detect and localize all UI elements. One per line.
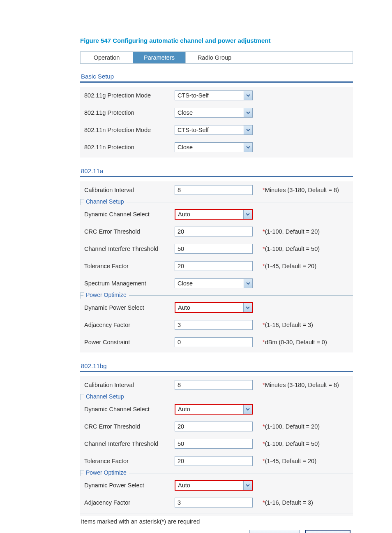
- select-a-dcs[interactable]: Auto: [175, 209, 253, 220]
- input-bg-interfere[interactable]: [175, 439, 253, 449]
- label-bg-calibration: Calibration Interval: [84, 382, 174, 388]
- select-bg-dps[interactable]: Auto: [175, 480, 253, 491]
- legend-a-power-optimize: Power Optimize: [83, 292, 129, 298]
- hint-a-adj: *(1-16, Default = 3): [262, 322, 353, 328]
- input-a-calibration[interactable]: [175, 185, 253, 195]
- group-a-power-optimize: Power Optimize Dynamic Power Select Auto…: [80, 295, 353, 351]
- hint-a-interfere: *(1-100, Default = 50): [262, 246, 353, 252]
- legend-bg-channel-setup: Channel Setup: [83, 393, 127, 400]
- tab-operation[interactable]: Operation: [81, 52, 133, 63]
- chevron-down-icon: [243, 481, 252, 490]
- panel-bottom-rule: [80, 514, 353, 514]
- button-bar: Restore Apply: [80, 530, 353, 533]
- label-bg-dps: Dynamic Power Select: [84, 482, 174, 489]
- hint-a-tolerance: *(1-45, Default = 20): [262, 263, 353, 269]
- section-rule: [80, 81, 353, 83]
- select-value: CTS-to-Self: [175, 125, 244, 134]
- figure-title: Figure 547 Configuring automatic channel…: [80, 37, 353, 44]
- chevron-down-icon: [244, 91, 252, 100]
- chevron-down-icon: [243, 303, 252, 312]
- hint-bg-tolerance: *(1-45, Default = 20): [262, 458, 353, 464]
- chevron-down-icon: [244, 279, 252, 288]
- tab-parameters[interactable]: Parameters: [133, 52, 186, 63]
- select-a-spectrum[interactable]: Close: [175, 278, 253, 288]
- chevron-down-icon: [243, 210, 252, 219]
- label-a-interfere: Channel Interfere Threshold: [84, 246, 174, 252]
- select-value: Close: [175, 143, 244, 152]
- label-n-protection: 802.11n Protection: [84, 144, 174, 151]
- chevron-down-icon: [243, 405, 252, 414]
- label-n-protection-mode: 802.11n Protection Mode: [84, 127, 174, 133]
- hint-a-pc: *dBm (0-30, Default = 0): [262, 339, 353, 345]
- label-a-adj: Adjacency Factor: [84, 322, 174, 328]
- restore-button[interactable]: Restore: [249, 530, 300, 533]
- select-g-protection-mode[interactable]: CTS-to-Self: [175, 90, 253, 100]
- legend-bg-power-optimize: Power Optimize: [83, 469, 129, 476]
- input-bg-adj[interactable]: [175, 498, 253, 508]
- select-a-dps[interactable]: Auto: [175, 302, 253, 313]
- label-bg-adj: Adjacency Factor: [84, 499, 174, 506]
- label-a-pc: Power Constraint: [84, 339, 174, 345]
- select-value: Auto: [175, 303, 243, 312]
- group-bg-power-optimize: Power Optimize Dynamic Power Select Auto…: [80, 473, 353, 511]
- group-a-channel-setup: Channel Setup Dynamic Channel Select Aut…: [80, 202, 353, 292]
- panel-bg: Calibration Interval *Minutes (3-180, De…: [80, 376, 353, 516]
- section-rule: [80, 371, 353, 372]
- label-a-calibration: Calibration Interval: [84, 187, 174, 193]
- label-a-dcs: Dynamic Channel Select: [84, 211, 174, 218]
- select-value: Auto: [175, 210, 243, 219]
- label-bg-dcs: Dynamic Channel Select: [84, 406, 174, 412]
- label-g-protection: 802.11g Protection: [84, 109, 174, 116]
- input-a-tolerance[interactable]: [175, 261, 253, 271]
- input-bg-calibration[interactable]: [175, 380, 253, 390]
- select-n-protection-mode[interactable]: CTS-to-Self: [175, 125, 253, 135]
- input-bg-crc[interactable]: [175, 422, 253, 431]
- select-value: Close: [175, 108, 244, 117]
- tab-radio-group[interactable]: Radio Group: [186, 52, 243, 63]
- panel-a: Calibration Interval *Minutes (3-180, De…: [80, 181, 353, 352]
- legend-a-channel-setup: Channel Setup: [83, 198, 127, 205]
- chevron-down-icon: [244, 143, 252, 152]
- input-a-adj[interactable]: [175, 320, 253, 330]
- label-a-dps: Dynamic Power Select: [84, 304, 174, 311]
- chevron-down-icon: [244, 108, 252, 117]
- select-value: Auto: [175, 405, 243, 414]
- label-a-tolerance: Tolerance Factor: [84, 263, 174, 269]
- label-a-crc: CRC Error Threshold: [84, 228, 174, 235]
- input-bg-tolerance[interactable]: [175, 456, 253, 466]
- select-bg-dcs[interactable]: Auto: [175, 404, 253, 415]
- section-title-basic: Basic Setup: [81, 73, 353, 80]
- panel-basic: 802.11g Protection Mode CTS-to-Self 802.…: [80, 87, 353, 158]
- section-title-bg: 802.11bg: [81, 362, 353, 369]
- chevron-down-icon: [244, 125, 252, 134]
- hint-a-crc: *(1-100, Default = 20): [262, 228, 353, 235]
- hint-bg-calibration: *Minutes (3-180, Default = 8): [262, 382, 353, 388]
- section-rule: [80, 176, 353, 177]
- hint-bg-crc: *(1-100, Default = 20): [262, 423, 353, 430]
- select-g-protection[interactable]: Close: [175, 108, 253, 118]
- select-n-protection[interactable]: Close: [175, 142, 253, 152]
- tabs-filler: [243, 52, 353, 63]
- input-a-pc[interactable]: [175, 337, 253, 347]
- hint-bg-adj: *(1-16, Default = 3): [262, 499, 353, 506]
- label-bg-crc: CRC Error Threshold: [84, 423, 174, 430]
- label-bg-tolerance: Tolerance Factor: [84, 458, 174, 464]
- select-value: CTS-to-Self: [175, 91, 244, 100]
- input-a-crc[interactable]: [175, 227, 253, 236]
- select-value: Close: [175, 279, 244, 288]
- group-bg-channel-setup: Channel Setup Dynamic Channel Select Aut…: [80, 397, 353, 470]
- select-value: Auto: [175, 481, 243, 490]
- required-footnote: Items marked with an asterisk(*) are req…: [81, 518, 353, 525]
- tabs: Operation Parameters Radio Group: [80, 51, 353, 64]
- label-a-spectrum: Spectrum Management: [84, 280, 174, 287]
- input-a-interfere[interactable]: [175, 244, 253, 254]
- hint-bg-interfere: *(1-100, Default = 50): [262, 440, 353, 447]
- hint-a-calibration: *Minutes (3-180, Default = 8): [262, 187, 353, 193]
- label-g-protection-mode: 802.11g Protection Mode: [84, 92, 174, 99]
- label-bg-interfere: Channel Interfere Threshold: [84, 440, 174, 447]
- section-title-a: 802.11a: [81, 167, 353, 174]
- apply-button[interactable]: Apply: [305, 530, 350, 533]
